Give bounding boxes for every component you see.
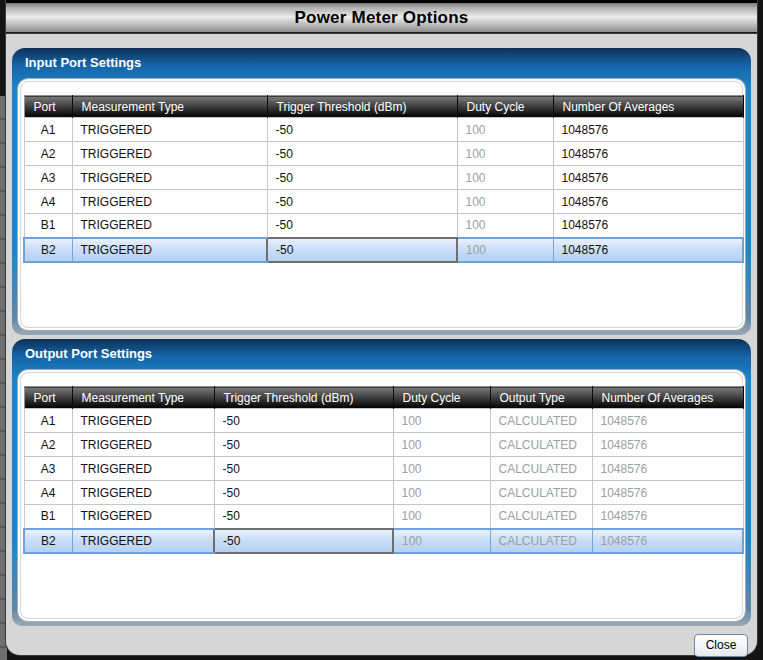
- cell-b2-duty_cycle[interactable]: 100: [393, 529, 490, 553]
- cell-b1-trigger_threshold[interactable]: -50: [267, 214, 457, 238]
- cell-b1-duty_cycle[interactable]: 100: [393, 505, 490, 529]
- cell-b2-measurement_type[interactable]: TRIGGERED: [72, 529, 214, 553]
- cell-a4-measurement_type[interactable]: TRIGGERED: [72, 481, 214, 505]
- column-header-output_type: Output Type: [490, 387, 592, 409]
- cell-a4-trigger_threshold[interactable]: -50: [214, 481, 393, 505]
- cell-a4-trigger_threshold[interactable]: -50: [267, 190, 457, 214]
- input-port-table: PortMeasurement TypeTrigger Threshold (d…: [23, 95, 744, 263]
- power-meter-options-dialog: Power Meter Options Input Port Settings …: [6, 0, 757, 655]
- table-row-a4[interactable]: A4TRIGGERED-50100CALCULATED1048576: [24, 481, 743, 505]
- cell-a1-port[interactable]: A1: [24, 118, 72, 142]
- cell-b1-port[interactable]: B1: [24, 214, 72, 238]
- column-header-trigger_threshold: Trigger Threshold (dBm): [267, 96, 457, 118]
- cell-a3-port[interactable]: A3: [24, 457, 72, 481]
- cell-a2-duty_cycle[interactable]: 100: [393, 433, 490, 457]
- table-row-b1[interactable]: B1TRIGGERED-50100CALCULATED1048576: [24, 505, 743, 529]
- cell-b2-trigger_threshold[interactable]: -50: [267, 238, 457, 262]
- input-port-settings-title: Input Port Settings: [12, 48, 751, 78]
- table-row-a2[interactable]: A2TRIGGERED-501001048576: [24, 142, 743, 166]
- cell-a4-output_type[interactable]: CALCULATED: [490, 481, 592, 505]
- cell-a3-duty_cycle[interactable]: 100: [393, 457, 490, 481]
- cell-a2-port[interactable]: A2: [24, 433, 72, 457]
- cell-b1-measurement_type[interactable]: TRIGGERED: [72, 505, 214, 529]
- table-row-b2[interactable]: B2TRIGGERED-50100CALCULATED1048576: [24, 529, 743, 553]
- cell-b2-port[interactable]: B2: [24, 529, 72, 553]
- table-row-a4[interactable]: A4TRIGGERED-501001048576: [24, 190, 743, 214]
- column-header-duty_cycle: Duty Cycle: [457, 96, 553, 118]
- column-header-trigger_threshold: Trigger Threshold (dBm): [214, 387, 393, 409]
- cell-b2-averages[interactable]: 1048576: [592, 529, 743, 553]
- cell-b2-output_type[interactable]: CALCULATED: [490, 529, 592, 553]
- screen-background: Power Meter Options Input Port Settings …: [0, 0, 763, 660]
- cell-a1-averages[interactable]: 1048576: [553, 118, 743, 142]
- cell-a1-trigger_threshold[interactable]: -50: [214, 409, 393, 433]
- cell-a4-averages[interactable]: 1048576: [592, 481, 743, 505]
- cell-b2-averages[interactable]: 1048576: [553, 238, 743, 262]
- close-button[interactable]: Close: [694, 634, 748, 657]
- cell-a4-port[interactable]: A4: [24, 481, 72, 505]
- cell-a2-measurement_type[interactable]: TRIGGERED: [72, 142, 267, 166]
- cell-a4-port[interactable]: A4: [24, 190, 72, 214]
- cell-b2-duty_cycle[interactable]: 100: [457, 238, 553, 262]
- cell-a1-averages[interactable]: 1048576: [592, 409, 743, 433]
- cell-a3-measurement_type[interactable]: TRIGGERED: [72, 166, 267, 190]
- cell-b1-measurement_type[interactable]: TRIGGERED: [72, 214, 267, 238]
- cell-a3-averages[interactable]: 1048576: [592, 457, 743, 481]
- column-header-averages: Number Of Averages: [592, 387, 743, 409]
- cell-a4-averages[interactable]: 1048576: [553, 190, 743, 214]
- cell-a1-measurement_type[interactable]: TRIGGERED: [72, 409, 214, 433]
- cell-b1-duty_cycle[interactable]: 100: [457, 214, 553, 238]
- output-port-settings-group: Output Port Settings PortMeasurement Typ…: [12, 339, 751, 626]
- cell-a2-measurement_type[interactable]: TRIGGERED: [72, 433, 214, 457]
- column-header-port: Port: [24, 387, 72, 409]
- cell-a1-trigger_threshold[interactable]: -50: [267, 118, 457, 142]
- cell-a2-averages[interactable]: 1048576: [592, 433, 743, 457]
- cell-b1-averages[interactable]: 1048576: [592, 505, 743, 529]
- input-port-settings-group: Input Port Settings PortMeasurement Type…: [12, 48, 751, 335]
- cell-a3-measurement_type[interactable]: TRIGGERED: [72, 457, 214, 481]
- cell-a2-averages[interactable]: 1048576: [553, 142, 743, 166]
- column-header-duty_cycle: Duty Cycle: [393, 387, 490, 409]
- column-header-measurement_type: Measurement Type: [72, 387, 214, 409]
- column-header-averages: Number Of Averages: [553, 96, 743, 118]
- cell-a1-duty_cycle[interactable]: 100: [393, 409, 490, 433]
- table-row-b2[interactable]: B2TRIGGERED-501001048576: [24, 238, 743, 262]
- cell-b1-port[interactable]: B1: [24, 505, 72, 529]
- cell-a3-trigger_threshold[interactable]: -50: [214, 457, 393, 481]
- cell-b2-measurement_type[interactable]: TRIGGERED: [72, 238, 267, 262]
- cell-a3-averages[interactable]: 1048576: [553, 166, 743, 190]
- cell-b1-averages[interactable]: 1048576: [553, 214, 743, 238]
- cell-a3-output_type[interactable]: CALCULATED: [490, 457, 592, 481]
- table-row-a1[interactable]: A1TRIGGERED-50100CALCULATED1048576: [24, 409, 743, 433]
- cell-a1-port[interactable]: A1: [24, 409, 72, 433]
- table-row-b1[interactable]: B1TRIGGERED-501001048576: [24, 214, 743, 238]
- cell-b2-port[interactable]: B2: [24, 238, 72, 262]
- cell-b1-output_type[interactable]: CALCULATED: [490, 505, 592, 529]
- cell-a4-duty_cycle[interactable]: 100: [457, 190, 553, 214]
- input-port-settings-panel: PortMeasurement TypeTrigger Threshold (d…: [17, 78, 746, 331]
- cell-a2-port[interactable]: A2: [24, 142, 72, 166]
- dialog-footer: Close: [12, 630, 751, 660]
- dialog-titlebar[interactable]: Power Meter Options: [6, 0, 757, 34]
- table-row-a3[interactable]: A3TRIGGERED-501001048576: [24, 166, 743, 190]
- dialog-title: Power Meter Options: [295, 8, 469, 28]
- cell-a1-duty_cycle[interactable]: 100: [457, 118, 553, 142]
- cell-a4-duty_cycle[interactable]: 100: [393, 481, 490, 505]
- cell-a1-output_type[interactable]: CALCULATED: [490, 409, 592, 433]
- cell-a1-measurement_type[interactable]: TRIGGERED: [72, 118, 267, 142]
- cell-a2-duty_cycle[interactable]: 100: [457, 142, 553, 166]
- cell-a4-measurement_type[interactable]: TRIGGERED: [72, 190, 267, 214]
- table-row-a2[interactable]: A2TRIGGERED-50100CALCULATED1048576: [24, 433, 743, 457]
- cell-a2-trigger_threshold[interactable]: -50: [214, 433, 393, 457]
- column-header-port: Port: [24, 96, 72, 118]
- cell-a3-port[interactable]: A3: [24, 166, 72, 190]
- cell-a3-duty_cycle[interactable]: 100: [457, 166, 553, 190]
- table-row-a3[interactable]: A3TRIGGERED-50100CALCULATED1048576: [24, 457, 743, 481]
- cell-b2-trigger_threshold[interactable]: -50: [214, 529, 393, 553]
- column-header-measurement_type: Measurement Type: [72, 96, 267, 118]
- table-row-a1[interactable]: A1TRIGGERED-501001048576: [24, 118, 743, 142]
- cell-a2-output_type[interactable]: CALCULATED: [490, 433, 592, 457]
- cell-a2-trigger_threshold[interactable]: -50: [267, 142, 457, 166]
- cell-b1-trigger_threshold[interactable]: -50: [214, 505, 393, 529]
- cell-a3-trigger_threshold[interactable]: -50: [267, 166, 457, 190]
